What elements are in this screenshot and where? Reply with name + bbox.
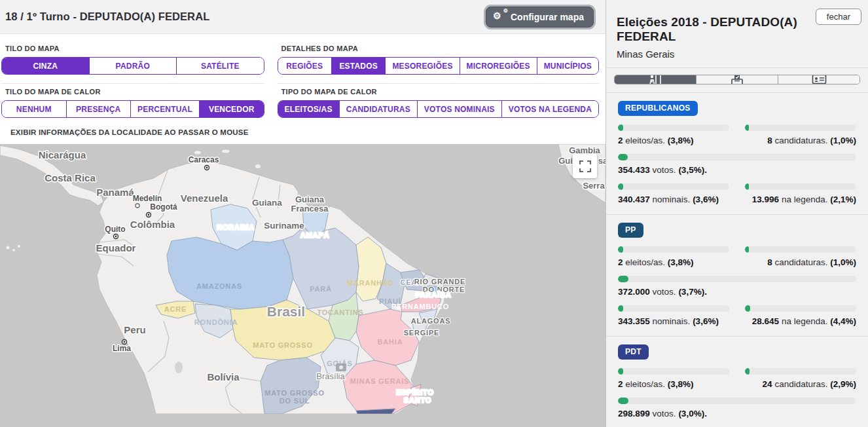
svg-text:ESPÍRITO: ESPÍRITO: [396, 388, 434, 396]
divider: [278, 83, 599, 84]
svg-text:Equador: Equador: [96, 242, 136, 253]
stat-legenda: 28.645 na legenda. (4,4%): [745, 305, 856, 326]
svg-text:RONDÔNIA: RONDÔNIA: [194, 318, 238, 326]
party-badge: PDT: [618, 344, 649, 360]
heat-style-vencedor[interactable]: VENCEDOR: [199, 101, 264, 117]
map-style-label: TILO DO MAPA: [5, 45, 264, 52]
svg-text:Brasil: Brasil: [267, 304, 305, 319]
configure-map-label: Configurar mapa: [511, 12, 584, 22]
island: [12, 249, 15, 251]
id-card-icon: [812, 75, 827, 84]
svg-text:RORAIMA: RORAIMA: [217, 223, 255, 231]
svg-text:Venezuela: Venezuela: [181, 193, 228, 204]
stat-votos: 298.899 votos. (3,0%).: [618, 398, 856, 418]
heat-type-label: TIPO DO MAPA DE CALOR: [281, 88, 599, 96]
svg-text:Colômbia: Colômbia: [130, 219, 175, 230]
svg-text:Peru: Peru: [124, 324, 145, 335]
tab-candidates[interactable]: [778, 75, 859, 84]
svg-text:PARAÍBA: PARAÍBA: [416, 291, 452, 299]
svg-text:ACRE: ACRE: [164, 305, 187, 313]
svg-text:Lima: Lima: [113, 344, 131, 353]
tab-votes[interactable]: [696, 75, 778, 84]
heat-type-votos-nominais[interactable]: VOTOS NOMINAIS: [417, 101, 501, 117]
svg-text:sa: sa: [598, 156, 606, 166]
left-header: 18 / 1º Turno - DEPUTADO(A) FEDERAL ⚙⚙ C…: [0, 0, 606, 34]
heat-type-eleitos[interactable]: ELEITOS/AS: [278, 101, 339, 117]
svg-text:Costa Rica: Costa Rica: [45, 172, 96, 183]
map-style-group: CINZA PADRÃO SATÉLITE: [1, 57, 264, 75]
stat-row: 343.355 nominais. (3,6%) 28.645 na legen…: [618, 305, 856, 326]
party-section-pp: PP 2 eleitos/as. (3,8%) 8 candidaturas. …: [606, 215, 868, 337]
island: [222, 150, 230, 153]
progress-bar: [745, 305, 856, 312]
svg-text:Suriname: Suriname: [264, 221, 304, 231]
panel-subtitle: Minas Gerais: [617, 48, 858, 60]
map-style-cinza[interactable]: CINZA: [2, 58, 89, 74]
stat-nominais: 340.437 nominais. (3,6%): [618, 183, 729, 204]
south-america-map: RORAIMA AMAPÁ AMAZONAS ACRE RONDÔNIA PAR…: [0, 144, 606, 414]
details-municipios[interactable]: MUNICÍPIOS: [537, 58, 598, 74]
heat-style-nenhum[interactable]: NENHUM: [2, 101, 66, 117]
map-configurator: 18 / 1º Turno - DEPUTADO(A) FEDERAL ⚙⚙ C…: [0, 0, 606, 427]
svg-text:BAHIA: BAHIA: [378, 338, 403, 346]
progress-bar: [618, 154, 856, 160]
stat-votos: 372.000 votos. (3,7%).: [618, 276, 856, 297]
details-regioes[interactable]: REGIÕES: [278, 58, 331, 74]
party-badge: REPUBLICANOS: [618, 101, 698, 116]
svg-text:Bogotá: Bogotá: [150, 202, 177, 212]
progress-bar: [618, 398, 856, 404]
svg-text:TOCANTINS: TOCANTINS: [317, 308, 363, 316]
svg-text:Nicarágua: Nicarágua: [39, 149, 86, 160]
configure-map-button[interactable]: ⚙⚙ Configurar mapa: [486, 7, 594, 28]
lake: [175, 362, 183, 373]
fullscreen-icon: [579, 160, 591, 172]
svg-text:Guiana: Guiana: [252, 198, 282, 208]
details-mesoregioes[interactable]: MESOREGIÕES: [385, 58, 459, 74]
stat-candidaturas: 8 candidaturas. (1,0%): [745, 246, 856, 267]
stat-eleitos: 2 eleitos/as. (3,8%): [618, 368, 729, 389]
heat-type-votos-legenda[interactable]: VOTOS NA LEGENDA: [501, 101, 598, 117]
svg-text:DO SUL: DO SUL: [280, 397, 310, 405]
map-style-satelite[interactable]: SATÉLITE: [176, 58, 264, 74]
island: [255, 164, 261, 168]
hover-info-label: EXIBIR INFORMAÇÕES DA LOCALIDADE AO PASS…: [10, 128, 249, 136]
svg-text:Panamá: Panamá: [96, 187, 134, 198]
svg-text:Brasília: Brasília: [316, 371, 345, 381]
stat-candidaturas: 8 candidaturas. (1,0%): [745, 124, 856, 145]
heat-type-candidaturas[interactable]: CANDIDATURAS: [339, 101, 417, 117]
stat-legenda: 13.996 na legenda. (2,1%): [745, 183, 856, 204]
stat-votos: 354.433 votos. (3,5%).: [618, 154, 856, 175]
map-style-padrao[interactable]: PADRÃO: [89, 58, 177, 74]
panel-tabs: [614, 75, 860, 84]
fullscreen-button[interactable]: [573, 154, 597, 178]
stat-row: 340.437 nominais. (3,6%) 13.996 na legen…: [618, 183, 856, 204]
heat-style-presenca[interactable]: PRESENÇA: [66, 101, 131, 117]
svg-text:AMAZONAS: AMAZONAS: [196, 282, 242, 290]
party-badge: PP: [618, 223, 643, 238]
stat-row: 2 eleitos/as. (3,8%) 24 candidaturas. (2…: [618, 368, 856, 389]
details-estados[interactable]: ESTADOS: [331, 58, 385, 74]
heat-style-percentual[interactable]: PERCENTUAL: [130, 101, 199, 117]
svg-text:MATO GROSSO: MATO GROSSO: [264, 389, 325, 397]
close-button[interactable]: fechar: [816, 9, 861, 25]
camera-icon: [336, 363, 346, 371]
results-panel: fechar Eleições 2018 - DEPUTADO(A) FEDER…: [606, 0, 868, 427]
svg-text:Guiana: Guiana: [295, 195, 325, 204]
details-microregioes[interactable]: MICROREGIÕES: [460, 58, 537, 74]
map-config-section: TILO DO MAPA CINZA PADRÃO SATÉLITE TILO …: [0, 34, 606, 118]
progress-bar: [745, 246, 856, 253]
map-details-label: DETALHES DO MAPA: [281, 45, 599, 52]
progress-bar: [618, 183, 729, 190]
map-canvas[interactable]: RORAIMA AMAPÁ AMAZONAS ACRE RONDÔNIA PAR…: [0, 144, 606, 427]
progress-bar: [745, 368, 856, 375]
svg-text:RIO GRANDE: RIO GRANDE: [414, 278, 465, 286]
ballot-box-icon: [730, 75, 744, 84]
island: [18, 245, 20, 248]
svg-text:Gui: Gui: [558, 156, 573, 166]
tab-elected[interactable]: [615, 75, 696, 84]
app-root: 18 / 1º Turno - DEPUTADO(A) FEDERAL ⚙⚙ C…: [0, 0, 868, 427]
svg-text:Medelín: Medelín: [133, 194, 162, 203]
progress-bar: [618, 368, 729, 375]
heat-type-group: ELEITOS/AS CANDIDATURAS VOTOS NOMINAIS V…: [278, 100, 599, 118]
page-title: 18 / 1º Turno - DEPUTADO(A) FEDERAL: [5, 10, 209, 23]
